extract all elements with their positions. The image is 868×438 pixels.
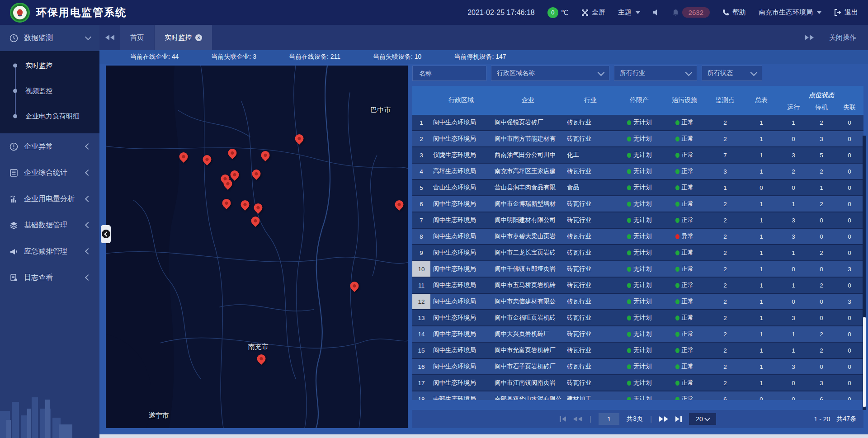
sidebar-item[interactable]: 企业综合统计 bbox=[0, 160, 99, 186]
cell-total-meter: 1 bbox=[743, 343, 779, 358]
table-row[interactable]: 13阆中生态环境局阆中市金福旺页岩机砖砖瓦行业无计划正常21300 bbox=[412, 310, 863, 326]
tab-active[interactable]: 实时监控× bbox=[155, 25, 212, 50]
table-row[interactable]: 2阆中生态环境局阆中市南方节能建材有砖瓦行业无计划正常21030 bbox=[412, 131, 863, 147]
map-collapse-button[interactable] bbox=[101, 225, 111, 243]
cell-total-meter: 1 bbox=[743, 375, 779, 391]
map-pin[interactable] bbox=[241, 200, 249, 209]
map-pin[interactable] bbox=[230, 170, 239, 179]
cell-industry: 化工 bbox=[564, 147, 617, 163]
map-pin[interactable] bbox=[228, 149, 236, 157]
status-filter-select[interactable]: 所有状态 bbox=[702, 66, 762, 81]
fullscreen-button[interactable]: 全屏 bbox=[581, 8, 605, 17]
table-row[interactable]: 9阆中生态环境局阆中市二龙长宝页岩砖砖瓦行业无计划正常21120 bbox=[412, 245, 863, 261]
cell-total-meter: 1 bbox=[743, 310, 779, 325]
table-row[interactable]: 8阆中生态环境局阆中市枣碧大梁山页岩砖瓦行业无计划异常21300 bbox=[412, 229, 863, 245]
table-row[interactable]: 6阆中生态环境局阆中市金博瑞新型墙材砖瓦行业无计划正常21120 bbox=[412, 196, 863, 212]
sidebar-subitem[interactable]: 企业电力负荷明细 bbox=[0, 104, 99, 129]
map-pin[interactable] bbox=[223, 179, 232, 188]
logout-button[interactable]: 退出 bbox=[834, 8, 858, 17]
table-row[interactable]: 14阆中生态环境局阆中大兴页岩机砖厂砖瓦行业无计划正常21120 bbox=[412, 326, 863, 343]
map-pin[interactable] bbox=[295, 134, 303, 143]
sub-column-header: 失联 bbox=[835, 100, 863, 115]
sidebar-item[interactable]: 日志查看 bbox=[0, 264, 99, 291]
cell-monitor-count: 2 bbox=[707, 131, 743, 146]
cell-running: 3 bbox=[779, 212, 807, 228]
column-header: 行业 bbox=[564, 86, 617, 115]
cell-disconnected: 0 bbox=[835, 278, 863, 293]
chart-icon bbox=[9, 194, 18, 203]
gauge-icon bbox=[9, 33, 18, 42]
last-page-button[interactable] bbox=[675, 416, 682, 422]
org-dropdown[interactable]: 南充市生态环境局 bbox=[759, 8, 821, 17]
cell-total-meter: 1 bbox=[743, 261, 779, 277]
table-row[interactable]: 11阆中生态环境局阆中市五马桥页岩机砖砖瓦行业无计划正常21120 bbox=[412, 278, 863, 294]
sidebar-item[interactable]: 应急减排管理 bbox=[0, 238, 99, 264]
table-row[interactable]: 1阆中生态环境局阆中强锐页岩砖厂砖瓦行业无计划正常21120 bbox=[412, 115, 863, 131]
name-filter-input[interactable] bbox=[418, 69, 481, 77]
cell-bureau: 阆中生态环境局 bbox=[430, 294, 492, 309]
map-pin[interactable] bbox=[252, 170, 260, 178]
map-pin[interactable] bbox=[251, 217, 260, 225]
sidebar-item[interactable]: 企业异常 bbox=[0, 133, 99, 160]
first-page-button[interactable] bbox=[560, 416, 566, 422]
cell-facility-status: 正常 bbox=[662, 196, 707, 212]
tabs-scroll-right-button[interactable] bbox=[805, 35, 814, 40]
map-pin[interactable] bbox=[222, 199, 231, 207]
map-pin[interactable] bbox=[257, 354, 266, 363]
table-row[interactable]: 16阆中生态环境局阆中市石子页岩机砖厂砖瓦行业无计划正常21300 bbox=[412, 359, 863, 375]
status-dot bbox=[675, 332, 679, 337]
temperature: 0 ℃ bbox=[547, 7, 569, 18]
tab-item[interactable]: 首页 bbox=[120, 25, 154, 50]
table-row[interactable]: 5营山生态环境局营山县润丰肉食品有限食品无计划正常10010 bbox=[412, 180, 863, 196]
cell-running: 3 bbox=[779, 359, 807, 374]
prev-page-button[interactable] bbox=[573, 416, 582, 422]
theme-dropdown[interactable]: 主题 bbox=[618, 8, 640, 17]
table-row[interactable]: 12阆中生态环境局阆中市忠信建材有限公砖瓦行业无计划正常21003 bbox=[412, 294, 863, 310]
table-row[interactable]: 4高坪生态环境局南充市高坪区王家店建砖瓦行业无计划正常31220 bbox=[412, 164, 863, 180]
map-pin[interactable] bbox=[179, 152, 188, 161]
table-row[interactable]: 15阆中生态环境局阆中市光富页岩机砖厂砖瓦行业无计划正常21120 bbox=[412, 343, 863, 359]
sound-button[interactable] bbox=[653, 9, 660, 16]
sidebar-subitem[interactable]: 视频监控 bbox=[0, 78, 99, 104]
sidebar-item-label: 企业异常 bbox=[24, 142, 80, 151]
map-panel[interactable]: 巴中市南充市遂宁市 bbox=[106, 66, 408, 428]
cell-monitor-count: 2 bbox=[707, 278, 743, 293]
map-pin[interactable] bbox=[395, 200, 404, 209]
status-dot bbox=[627, 332, 631, 337]
map-roads-decoration bbox=[106, 66, 408, 428]
notifications[interactable]: 2632 bbox=[672, 7, 710, 18]
status-dot bbox=[675, 267, 679, 272]
next-page-button[interactable] bbox=[659, 416, 668, 422]
map-pin[interactable] bbox=[203, 155, 211, 164]
name-filter[interactable] bbox=[412, 66, 486, 81]
page-number-input[interactable]: 1 bbox=[599, 413, 619, 425]
cell-stop-status: 无计划 bbox=[617, 261, 662, 277]
table-row[interactable]: 7阆中生态环境局阆中明阳建材有限公司砖瓦行业无计划正常21300 bbox=[412, 212, 863, 229]
cell-running: 3 bbox=[779, 229, 807, 244]
sidebar-item[interactable]: 基础数据管理 bbox=[0, 212, 99, 238]
industry-filter-select[interactable]: 所有行业 bbox=[614, 66, 697, 81]
tabs-scroll-left-button[interactable] bbox=[99, 25, 120, 50]
cell-facility-status: 正常 bbox=[662, 245, 707, 260]
scrollbar-thumb[interactable] bbox=[863, 317, 866, 407]
map-pin[interactable] bbox=[261, 151, 269, 160]
map-pin[interactable] bbox=[350, 282, 359, 290]
table-row[interactable]: 17阆中生态环境局阆中市江南镇阆南页岩砖瓦行业无计划正常21030 bbox=[412, 375, 863, 391]
cell-industry: 砖瓦行业 bbox=[564, 343, 617, 358]
table-row[interactable]: 10阆中生态环境局阆中千佛镇五郎垭页岩砖瓦行业无计划正常21003 bbox=[412, 261, 863, 278]
tab-close-icon[interactable]: × bbox=[195, 34, 202, 41]
table-row[interactable]: 3仪陇生态环境局西南油气田分公司川中化工无计划正常71350 bbox=[412, 147, 863, 164]
table-scrollbar[interactable] bbox=[863, 136, 866, 410]
map-pin[interactable] bbox=[254, 203, 262, 212]
sidebar-subitem[interactable]: 实时监控 bbox=[0, 53, 99, 78]
page-size-select[interactable]: 20 bbox=[689, 413, 716, 425]
sidebar-item[interactable]: 数据监测 bbox=[0, 25, 99, 51]
close-operations-button[interactable]: 关闭操作 bbox=[829, 33, 856, 42]
table-row[interactable]: 18南部生态环境局南部县双华山水泥有限公建材加工无计划正常60060 bbox=[412, 391, 863, 400]
status-dot bbox=[627, 364, 631, 369]
sidebar-item[interactable]: 企业用电量分析 bbox=[0, 186, 99, 212]
cell-stop-status: 无计划 bbox=[617, 131, 662, 146]
region-filter-select[interactable]: 行政区域名称 bbox=[491, 66, 609, 81]
help-button[interactable]: 帮助 bbox=[722, 8, 746, 17]
cell-stop-status: 无计划 bbox=[617, 375, 662, 391]
